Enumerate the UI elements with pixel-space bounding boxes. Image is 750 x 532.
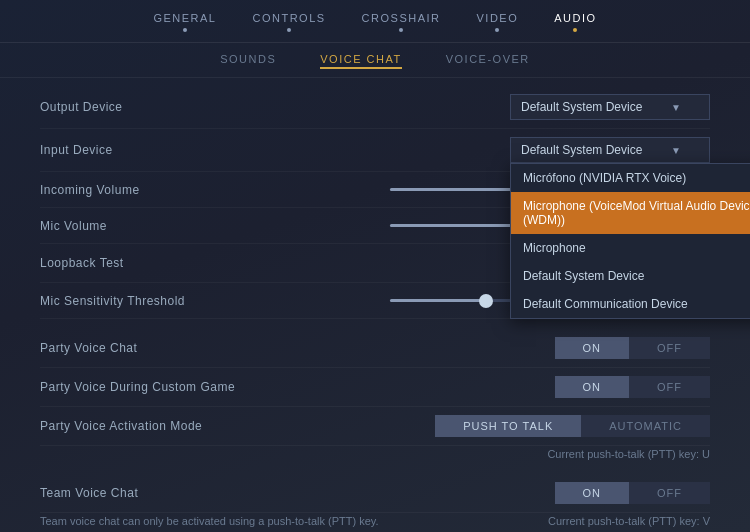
party-voice-custom-row: Party Voice During Custom Game On Off (40, 368, 710, 407)
subnav-sounds[interactable]: SOUNDS (220, 53, 276, 69)
team-voice-on-btn[interactable]: On (555, 482, 630, 504)
nav-crosshair[interactable]: CROSSHAIR (362, 12, 441, 38)
party-ptt-note: Current push-to-talk (PTT) key: U (547, 448, 710, 460)
team-voice-chat-label: Team Voice Chat (40, 486, 138, 500)
nav-general[interactable]: GENERAL (153, 12, 216, 38)
team-voice-chat-right: On Off (555, 482, 711, 504)
nav-video[interactable]: VIDEO (477, 12, 519, 38)
party-voice-chat-right: On Off (555, 337, 711, 359)
party-voice-activation-row: Party Voice Activation Mode Push to Talk… (40, 407, 710, 446)
mic-sensitivity-fill (390, 299, 486, 302)
output-device-value: Default System Device (521, 100, 642, 114)
mic-sensitivity-label: Mic Sensitivity Threshold (40, 294, 185, 308)
party-voice-chat-row: Party Voice Chat On Off (40, 329, 710, 368)
subnav-voice-over[interactable]: VOICE-OVER (446, 53, 530, 69)
input-device-right: Default System Device ▼ Micrófono (NVIDI… (510, 137, 710, 163)
team-voice-note: Team voice chat can only be activated us… (40, 515, 379, 527)
settings-area: Output Device Default System Device ▼ In… (0, 78, 750, 531)
party-voice-chat-label: Party Voice Chat (40, 341, 137, 355)
mic-sensitivity-thumb[interactable] (479, 294, 493, 308)
party-voice-activation-toggle: Push to Talk Automatic (435, 415, 710, 437)
dropdown-option-voicemod[interactable]: Microphone (VoiceMod Virtual Audio Devic… (511, 192, 750, 234)
input-device-label: Input Device (40, 143, 113, 157)
party-voice-auto-btn[interactable]: Automatic (581, 415, 710, 437)
loopback-test-label: Loopback Test (40, 256, 124, 270)
team-voice-chat-toggle: On Off (555, 482, 711, 504)
output-device-arrow: ▼ (671, 102, 681, 113)
input-device-arrow: ▼ (671, 145, 681, 156)
party-voice-activation-label: Party Voice Activation Mode (40, 419, 202, 433)
output-device-label: Output Device (40, 100, 123, 114)
output-device-right: Default System Device ▼ (510, 94, 710, 120)
party-voice-custom-on-btn[interactable]: On (555, 376, 630, 398)
party-voice-custom-right: On Off (555, 376, 711, 398)
party-voice-chat-toggle: On Off (555, 337, 711, 359)
team-voice-off-btn[interactable]: Off (629, 482, 710, 504)
output-device-row: Output Device Default System Device ▼ (40, 86, 710, 129)
input-device-dropdown-overlay: Micrófono (NVIDIA RTX Voice) Microphone … (510, 163, 750, 319)
top-nav: GENERAL CONTROLS CROSSHAIR VIDEO AUDIO (0, 0, 750, 43)
party-voice-off-btn[interactable]: Off (629, 337, 710, 359)
dropdown-option-microphone[interactable]: Microphone (511, 234, 750, 262)
team-voice-chat-row: Team Voice Chat On Off (40, 474, 710, 513)
sub-nav: SOUNDS VOICE CHAT VOICE-OVER (0, 43, 750, 78)
input-device-value: Default System Device (521, 143, 642, 157)
party-voice-custom-off-btn[interactable]: Off (629, 376, 710, 398)
party-voice-on-btn[interactable]: On (555, 337, 630, 359)
input-device-dropdown[interactable]: Default System Device ▼ (510, 137, 710, 163)
nav-controls[interactable]: CONTROLS (252, 12, 325, 38)
dropdown-option-default-comm[interactable]: Default Communication Device (511, 290, 750, 318)
input-device-row: Input Device Default System Device ▼ Mic… (40, 129, 710, 172)
mic-volume-label: Mic Volume (40, 219, 107, 233)
party-voice-push-btn[interactable]: Push to Talk (435, 415, 581, 437)
dropdown-option-default-system[interactable]: Default System Device (511, 262, 750, 290)
team-ptt-note: Current push-to-talk (PTT) key: V (548, 515, 710, 527)
dropdown-option-nvidia[interactable]: Micrófono (NVIDIA RTX Voice) (511, 164, 750, 192)
subnav-voice-chat[interactable]: VOICE CHAT (320, 53, 401, 69)
party-voice-custom-label: Party Voice During Custom Game (40, 380, 235, 394)
incoming-volume-label: Incoming Volume (40, 183, 140, 197)
output-device-dropdown[interactable]: Default System Device ▼ (510, 94, 710, 120)
party-voice-activation-right: Push to Talk Automatic (435, 415, 710, 437)
nav-audio[interactable]: AUDIO (554, 12, 596, 38)
party-voice-custom-toggle: On Off (555, 376, 711, 398)
